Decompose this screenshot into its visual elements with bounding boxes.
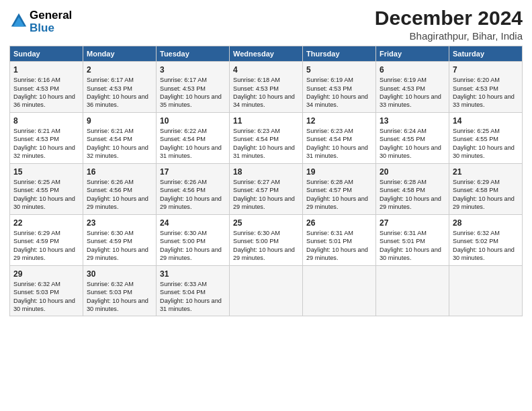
daylight-text: Daylight: 10 hours and 29 minutes. [453,195,515,210]
sunrise-text: Sunrise: 6:23 AM [233,128,280,134]
calendar-row-3: 15Sunrise: 6:25 AMSunset: 4:55 PMDayligh… [10,163,523,214]
day-number: 8 [13,116,79,126]
table-row [303,265,376,316]
day-number: 18 [233,167,299,177]
col-monday: Monday [83,46,157,62]
table-row: 29Sunrise: 6:32 AMSunset: 5:03 PMDayligh… [10,265,83,316]
sunset-text: Sunset: 4:54 PM [233,136,279,142]
daylight-text: Daylight: 10 hours and 29 minutes. [306,246,368,261]
day-number: 24 [160,218,226,228]
table-row: 11Sunrise: 6:23 AMSunset: 4:54 PMDayligh… [230,112,303,163]
day-number: 15 [13,167,79,177]
calendar-row-2: 8Sunrise: 6:21 AMSunset: 4:53 PMDaylight… [10,112,523,163]
table-row: 15Sunrise: 6:25 AMSunset: 4:55 PMDayligh… [10,163,83,214]
sunrise-text: Sunrise: 6:29 AM [13,230,60,236]
sunset-text: Sunset: 5:00 PM [160,238,206,244]
daylight-text: Daylight: 10 hours and 29 minutes. [380,195,441,210]
daylight-text: Daylight: 10 hours and 34 minutes. [233,93,295,108]
table-row: 18Sunrise: 6:27 AMSunset: 4:57 PMDayligh… [230,163,303,214]
sunrise-text: Sunrise: 6:30 AM [233,230,280,236]
sunrise-text: Sunrise: 6:24 AM [380,128,427,134]
sunset-text: Sunset: 4:54 PM [87,136,132,142]
table-row: 2Sunrise: 6:17 AMSunset: 4:53 PMDaylight… [83,62,157,113]
sunrise-text: Sunrise: 6:17 AM [87,77,134,83]
daylight-text: Daylight: 10 hours and 31 minutes. [306,144,368,159]
sunrise-text: Sunrise: 6:25 AM [453,128,500,134]
day-number: 7 [453,64,519,75]
table-row: 6Sunrise: 6:19 AMSunset: 4:53 PMDaylight… [376,62,449,113]
table-row: 22Sunrise: 6:29 AMSunset: 4:59 PMDayligh… [10,214,83,265]
sunrise-text: Sunrise: 6:33 AM [160,281,207,287]
sunrise-text: Sunrise: 6:26 AM [87,179,134,185]
sunrise-text: Sunrise: 6:19 AM [380,77,427,83]
day-number: 21 [453,167,519,177]
sunset-text: Sunset: 4:57 PM [306,187,352,193]
sunset-text: Sunset: 4:53 PM [306,85,352,92]
day-number: 2 [87,64,152,75]
day-number: 5 [306,64,372,75]
table-row: 25Sunrise: 6:30 AMSunset: 5:00 PMDayligh… [230,214,303,265]
daylight-text: Daylight: 10 hours and 29 minutes. [233,246,295,261]
table-row: 24Sunrise: 6:30 AMSunset: 5:00 PMDayligh… [157,214,230,265]
calendar-table: Sunday Monday Tuesday Wednesday Thursday… [9,46,523,316]
table-row [376,265,449,316]
subtitle: Bhagirathpur, Bihar, India [375,30,523,42]
daylight-text: Daylight: 10 hours and 35 minutes. [160,93,222,108]
sunset-text: Sunset: 4:54 PM [306,136,352,142]
day-number: 13 [380,116,445,126]
day-number: 1 [13,64,79,75]
daylight-text: Daylight: 10 hours and 33 minutes. [453,93,515,108]
logo-text: General Blue [30,9,72,34]
sunset-text: Sunset: 4:53 PM [13,85,59,92]
day-number: 12 [306,116,372,126]
table-row: 3Sunrise: 6:17 AMSunset: 4:53 PMDaylight… [157,62,230,113]
day-number: 25 [233,218,299,228]
col-saturday: Saturday [449,46,523,62]
col-thursday: Thursday [303,46,376,62]
table-row: 21Sunrise: 6:29 AMSunset: 4:58 PMDayligh… [449,163,523,214]
sunset-text: Sunset: 5:01 PM [380,238,425,244]
day-number: 29 [13,269,79,279]
daylight-text: Daylight: 10 hours and 30 minutes. [87,298,148,312]
header: General Blue December 2024 Bhagirathpur,… [9,7,523,42]
sunrise-text: Sunrise: 6:21 AM [87,128,134,134]
table-row: 17Sunrise: 6:26 AMSunset: 4:56 PMDayligh… [157,163,230,214]
daylight-text: Daylight: 10 hours and 30 minutes. [453,246,515,261]
sunset-text: Sunset: 4:55 PM [13,187,59,193]
sunrise-text: Sunrise: 6:19 AM [306,77,353,83]
sunset-text: Sunset: 4:55 PM [380,136,425,142]
table-row: 1Sunrise: 6:16 AMSunset: 4:53 PMDaylight… [10,62,83,113]
sunset-text: Sunset: 4:53 PM [87,85,132,92]
daylight-text: Daylight: 10 hours and 31 minutes. [160,144,222,159]
page: General Blue December 2024 Bhagirathpur,… [0,0,532,411]
day-number: 9 [87,116,152,126]
daylight-text: Daylight: 10 hours and 36 minutes. [13,93,75,108]
sunrise-text: Sunrise: 6:28 AM [306,179,353,185]
sunrise-text: Sunrise: 6:21 AM [13,128,60,134]
daylight-text: Daylight: 10 hours and 31 minutes. [233,144,295,159]
sunset-text: Sunset: 4:53 PM [380,85,425,92]
table-row [449,265,523,316]
table-row: 10Sunrise: 6:22 AMSunset: 4:54 PMDayligh… [157,112,230,163]
sunset-text: Sunset: 4:58 PM [453,187,498,193]
col-wednesday: Wednesday [230,46,303,62]
sunset-text: Sunset: 4:53 PM [233,85,279,92]
sunrise-text: Sunrise: 6:27 AM [233,179,280,185]
table-row [230,265,303,316]
daylight-text: Daylight: 10 hours and 30 minutes. [380,144,441,159]
sunrise-text: Sunrise: 6:31 AM [380,230,427,236]
logo-icon [9,11,28,30]
daylight-text: Daylight: 10 hours and 30 minutes. [380,246,441,261]
table-row: 7Sunrise: 6:20 AMSunset: 4:53 PMDaylight… [449,62,523,113]
day-number: 22 [13,218,79,228]
day-number: 6 [380,64,445,75]
col-sunday: Sunday [10,46,83,62]
sunrise-text: Sunrise: 6:25 AM [13,179,60,185]
table-row: 16Sunrise: 6:26 AMSunset: 4:56 PMDayligh… [83,163,157,214]
sunrise-text: Sunrise: 6:32 AM [453,230,500,236]
daylight-text: Daylight: 10 hours and 34 minutes. [306,93,368,108]
daylight-text: Daylight: 10 hours and 36 minutes. [87,93,148,108]
sunset-text: Sunset: 4:56 PM [160,187,206,193]
sunset-text: Sunset: 5:00 PM [233,238,279,244]
day-number: 31 [160,269,226,279]
